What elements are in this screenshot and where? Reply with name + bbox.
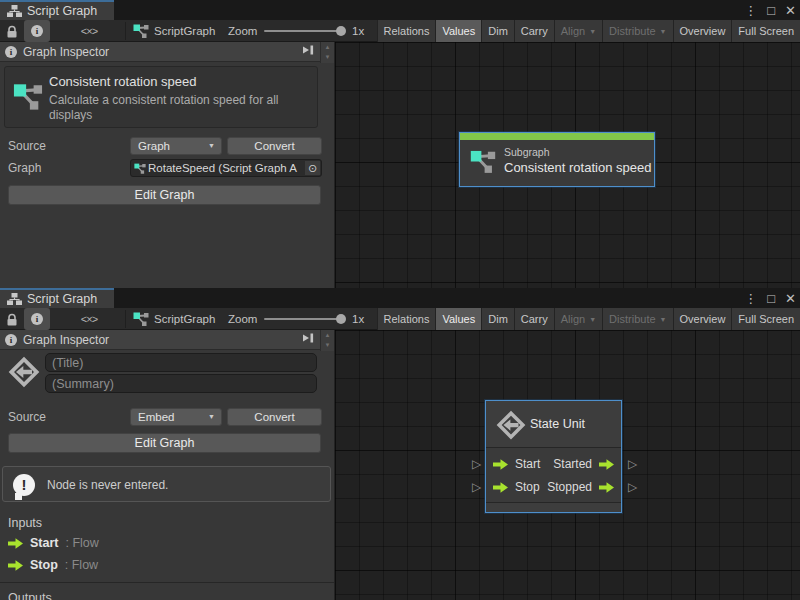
- graph-description: Calculate a consistent rotation speed fo…: [49, 93, 309, 123]
- align-dropdown[interactable]: Align▼: [554, 20, 602, 42]
- zoom-value: 1x: [352, 20, 364, 42]
- node-kind-label: Subgraph: [504, 146, 550, 158]
- overview-button[interactable]: Overview: [673, 20, 732, 42]
- zoom-slider-handle[interactable]: [336, 26, 346, 36]
- graph-title: Consistent rotation speed: [49, 74, 196, 89]
- scrollbar[interactable]: ▲ ▼: [320, 330, 334, 351]
- zoom-slider[interactable]: [264, 318, 344, 320]
- scroll-up-icon[interactable]: ▲: [321, 42, 334, 52]
- tab-script-graph[interactable]: Script Graph: [0, 288, 114, 308]
- subgraph-node[interactable]: Subgraph Consistent rotation speed: [459, 132, 655, 187]
- inspector-toggle-button[interactable]: i: [24, 308, 50, 330]
- maximize-icon[interactable]: □: [767, 3, 775, 18]
- menu-icon[interactable]: ⋮: [744, 3, 757, 18]
- port-triangle-icon[interactable]: ▷: [472, 481, 481, 493]
- graph-canvas[interactable]: State Unit Start Started Stop Stopped: [335, 330, 800, 600]
- info-icon: i: [5, 46, 17, 58]
- chevron-down-icon: ▼: [589, 28, 596, 35]
- relations-button[interactable]: Relations: [377, 308, 436, 330]
- graph-object-field[interactable]: RotateSpeed (Script Graph A ⊙: [130, 159, 322, 177]
- tab-script-graph[interactable]: Script Graph: [0, 0, 114, 20]
- script-graph-icon: [133, 308, 149, 330]
- scroll-down-icon[interactable]: ▼: [321, 340, 334, 350]
- close-icon[interactable]: ✕: [785, 3, 796, 18]
- graph-field-label: Graph: [8, 159, 41, 177]
- code-view-button[interactable]: <×>: [70, 308, 108, 330]
- inspector-title: Graph Inspector: [23, 45, 109, 59]
- lock-button[interactable]: [2, 20, 22, 42]
- flow-arrow-icon: [8, 538, 23, 549]
- summary-input[interactable]: [45, 374, 317, 393]
- inspector-title: Graph Inspector: [23, 333, 109, 347]
- toolbar-buttons: Relations Values Dim Carry Align▼ Distri…: [374, 308, 800, 330]
- warning-box: ! Node is never entered.: [2, 466, 331, 502]
- source-label: Source: [8, 137, 46, 155]
- close-icon[interactable]: ✕: [785, 291, 796, 306]
- carry-button[interactable]: Carry: [514, 20, 554, 42]
- code-view-button[interactable]: <×>: [70, 20, 108, 42]
- script-graph-window-bottom: Script Graph ⋮ □ ✕ i <×> ScriptGraph: [0, 288, 800, 600]
- state-unit-node[interactable]: State Unit Start Started Stop Stopped: [485, 400, 622, 513]
- dock-icon[interactable]: [302, 45, 314, 55]
- node-title: State Unit: [530, 417, 585, 431]
- port-triangle-icon[interactable]: ▷: [628, 458, 637, 470]
- values-button[interactable]: Values: [435, 308, 481, 330]
- source-dropdown[interactable]: Embed ▼: [130, 408, 222, 426]
- overview-button[interactable]: Overview: [673, 308, 732, 330]
- align-dropdown[interactable]: Align▼: [554, 308, 602, 330]
- convert-button[interactable]: Convert: [227, 137, 322, 155]
- flow-arrow-icon[interactable]: [493, 459, 508, 470]
- hierarchy-icon: [7, 293, 22, 305]
- flow-arrow-icon[interactable]: [599, 482, 614, 493]
- chevron-down-icon: ▼: [208, 409, 215, 425]
- distribute-dropdown[interactable]: Distribute▼: [602, 20, 672, 42]
- state-unit-icon: [8, 356, 40, 388]
- graph-toolbar: i <×> ScriptGraph Zoom 1x Relations Valu…: [0, 308, 800, 330]
- port-triangle-icon[interactable]: ▷: [628, 481, 637, 493]
- title-input[interactable]: [45, 353, 317, 372]
- outputs-section-label: Outputs: [8, 591, 52, 600]
- carry-button[interactable]: Carry: [514, 308, 554, 330]
- edit-graph-button[interactable]: Edit Graph: [8, 185, 321, 205]
- distribute-dropdown[interactable]: Distribute▼: [602, 308, 672, 330]
- flow-arrow-icon: [8, 560, 23, 571]
- scroll-down-icon[interactable]: ▼: [321, 52, 334, 62]
- window-controls: ⋮ □ ✕: [744, 0, 796, 20]
- dock-icon[interactable]: [302, 333, 314, 343]
- port-triangle-icon[interactable]: ▷: [472, 458, 481, 470]
- full-screen-button[interactable]: Full Screen: [731, 308, 800, 330]
- script-graph-window-top: Script Graph ⋮ □ ✕ i <×> ScriptGraph: [0, 0, 800, 288]
- node-footer: [486, 502, 621, 512]
- lock-icon: [5, 313, 19, 326]
- edit-graph-button[interactable]: Edit Graph: [8, 433, 321, 453]
- menu-icon[interactable]: ⋮: [744, 291, 757, 306]
- source-dropdown[interactable]: Graph ▼: [130, 137, 222, 155]
- convert-button[interactable]: Convert: [227, 408, 322, 426]
- values-button[interactable]: Values: [435, 20, 481, 42]
- relations-button[interactable]: Relations: [377, 20, 436, 42]
- info-icon: i: [31, 25, 43, 37]
- node-header: State Unit: [486, 401, 621, 448]
- dim-button[interactable]: Dim: [481, 308, 514, 330]
- info-icon: i: [31, 313, 43, 325]
- full-screen-button[interactable]: Full Screen: [731, 20, 800, 42]
- dim-button[interactable]: Dim: [481, 20, 514, 42]
- object-picker-icon[interactable]: ⊙: [305, 161, 320, 175]
- inspector-toggle-button[interactable]: i: [24, 20, 50, 42]
- input-row-stop: Stop : Flow: [8, 558, 98, 572]
- lock-button[interactable]: [2, 308, 22, 330]
- zoom-slider[interactable]: [264, 30, 344, 32]
- scroll-up-icon[interactable]: ▲: [321, 330, 334, 340]
- graph-toolbar: i <×> ScriptGraph Zoom 1x Relations Valu…: [0, 20, 800, 42]
- window-controls: ⋮ □ ✕: [744, 288, 796, 308]
- flow-arrow-icon[interactable]: [599, 459, 614, 470]
- divider: [125, 310, 126, 328]
- scrollbar[interactable]: ▲ ▼: [320, 42, 334, 63]
- graph-canvas[interactable]: Subgraph Consistent rotation speed: [335, 42, 800, 288]
- zoom-slider-handle[interactable]: [336, 314, 346, 324]
- flow-arrow-icon[interactable]: [493, 482, 508, 493]
- node-port-row: Stop Stopped: [486, 476, 621, 498]
- maximize-icon[interactable]: □: [767, 291, 775, 306]
- window-content: i Graph Inspector ▲ ▼ Source Embed ▼ Con…: [0, 330, 800, 600]
- chevron-down-icon: ▼: [589, 316, 596, 323]
